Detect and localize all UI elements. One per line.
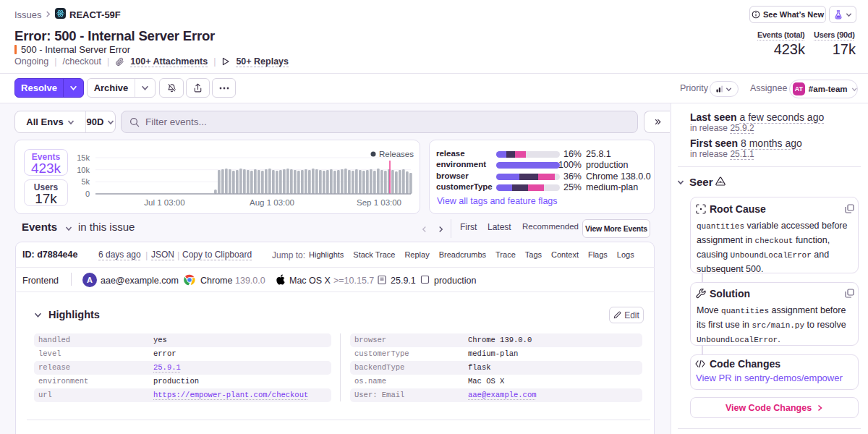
svg-text:Releases: Releases [379,150,414,158]
svg-text:Aug 1 03:00: Aug 1 03:00 [250,198,294,207]
svg-text:15k: 15k [77,153,90,162]
svg-text:10k: 10k [77,166,90,174]
svg-text:0: 0 [85,190,90,198]
svg-text:5k: 5k [81,177,90,186]
svg-text:Sep 1 03:00: Sep 1 03:00 [357,198,401,207]
svg-text:Jul 1 03:00: Jul 1 03:00 [144,198,184,207]
